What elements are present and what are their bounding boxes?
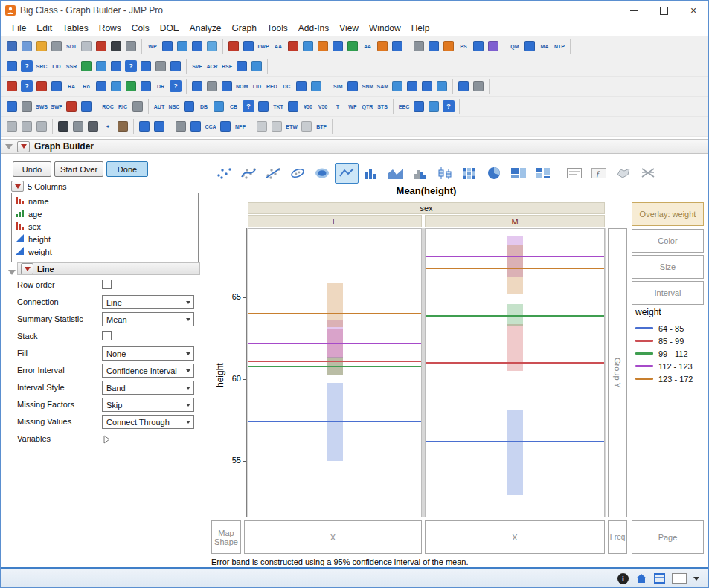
- column-item-weight[interactable]: weight: [15, 245, 195, 258]
- formula-element-icon[interactable]: ƒ: [587, 163, 611, 184]
- toolbar-icon[interactable]: [96, 61, 106, 71]
- page-drop-zone[interactable]: Page: [632, 520, 704, 554]
- toolbar-icon-svf[interactable]: SVF: [191, 60, 203, 72]
- toolbar-icon[interactable]: [422, 81, 432, 91]
- toolbar-icon-aut[interactable]: AUT: [153, 100, 165, 112]
- toolbar-icon-lwp[interactable]: LWP: [257, 40, 269, 52]
- bar-element-icon[interactable]: [359, 163, 383, 184]
- toolbar-icon[interactable]: [192, 41, 202, 51]
- toolbar-icon[interactable]: [7, 61, 17, 71]
- toolbar-icon[interactable]: [429, 101, 439, 112]
- toolbar-icon[interactable]: [36, 41, 47, 51]
- toolbar-icon-acr[interactable]: ACR: [206, 60, 218, 72]
- app-icon[interactable]: [5, 5, 16, 16]
- toolbar-icon[interactable]: [177, 41, 187, 51]
- legend-item[interactable]: 64 - 85: [635, 322, 693, 335]
- columns-red-triangle-icon[interactable]: [11, 181, 24, 192]
- toolbar-icon[interactable]: [437, 81, 447, 91]
- toolbar-icon-qm[interactable]: QM: [509, 40, 521, 52]
- overlay-drop-zone[interactable]: Overlay: weight: [632, 202, 704, 226]
- toolbar-icon-eec[interactable]: EEC: [398, 100, 410, 112]
- menu-tools[interactable]: Tools: [262, 23, 293, 33]
- toolbar-icon-sim[interactable]: SIM: [332, 80, 344, 92]
- toolbar-icon[interactable]: [184, 101, 194, 112]
- missing-values-select[interactable]: Connect Through: [102, 415, 194, 429]
- toolbar-icon-[interactable]: ?: [125, 60, 137, 72]
- toolbar-icon[interactable]: [288, 101, 298, 112]
- toolbar-icon-sws[interactable]: SWS: [36, 100, 48, 112]
- toolbar-icon-dr[interactable]: DR: [155, 80, 167, 92]
- menu-rows[interactable]: Rows: [94, 23, 126, 33]
- toolbar-icon[interactable]: [190, 121, 201, 132]
- toolbar-icon[interactable]: [141, 61, 151, 71]
- maximize-button[interactable]: [649, 1, 678, 20]
- menu-window[interactable]: Window: [364, 23, 406, 33]
- toolbar-icon-50[interactable]: ¥50: [302, 100, 314, 112]
- toolbar-icon-sts[interactable]: STS: [376, 100, 388, 112]
- toolbar-icon[interactable]: [111, 81, 121, 91]
- toolbar-icon[interactable]: [347, 81, 358, 91]
- interval-style-select[interactable]: Band: [102, 381, 194, 395]
- heatmap-element-icon[interactable]: [458, 163, 481, 184]
- toolbar-icon[interactable]: [126, 81, 136, 91]
- legend-item[interactable]: 112 - 123: [635, 360, 693, 372]
- smoother-element-icon[interactable]: [237, 163, 260, 184]
- toolbar-icon[interactable]: [7, 41, 17, 51]
- toolbar-icon[interactable]: [111, 61, 121, 71]
- toolbar-icon[interactable]: [473, 81, 484, 91]
- interval-drop-zone[interactable]: Interval: [632, 281, 704, 305]
- dropdown-icon[interactable]: [693, 577, 699, 581]
- toolbar-icon[interactable]: [7, 121, 17, 132]
- legend-item[interactable]: 123 - 172: [635, 372, 693, 385]
- toolbar-icon[interactable]: [222, 81, 232, 91]
- toolbar-icon-[interactable]: ?: [21, 60, 33, 72]
- treemap-element-icon[interactable]: [507, 163, 530, 184]
- toolbar-icon[interactable]: [22, 41, 32, 51]
- toolbar-icon-ra[interactable]: RA: [65, 80, 77, 92]
- undo-button[interactable]: Undo: [13, 161, 51, 177]
- toolbar-icon-lid[interactable]: LID: [51, 60, 62, 72]
- missing-factors-select[interactable]: Skip: [102, 398, 194, 412]
- toolbar-icon-nom[interactable]: NOM: [236, 80, 248, 92]
- toolbar-icon[interactable]: [429, 41, 439, 51]
- toolbar-icon-t[interactable]: T: [332, 100, 344, 112]
- toolbar-icon[interactable]: [414, 101, 424, 112]
- color-drop-zone[interactable]: Color: [632, 229, 704, 253]
- toolbar-icon[interactable]: [22, 121, 32, 132]
- map-shapes-element-icon[interactable]: [612, 163, 635, 184]
- x-drop-zone-f[interactable]: X: [244, 520, 422, 554]
- toolbar-icon[interactable]: [81, 101, 92, 112]
- toolbar-icon-src[interactable]: SRC: [36, 60, 48, 72]
- toolbar-icon[interactable]: [81, 61, 92, 71]
- toolbar-icon[interactable]: [220, 121, 231, 132]
- menu-edit[interactable]: Edit: [31, 23, 57, 33]
- toolbar-icon[interactable]: [51, 41, 62, 51]
- menu-doe[interactable]: DOE: [155, 23, 185, 33]
- toolbar-icon[interactable]: [237, 61, 247, 71]
- legend-item[interactable]: 85 - 99: [635, 335, 693, 347]
- toolbar-icon[interactable]: [524, 41, 535, 51]
- column-item-height[interactable]: height: [15, 233, 195, 245]
- toolbar-icon-cca[interactable]: CCA: [205, 120, 216, 132]
- toolbar-icon-btf[interactable]: BTF: [315, 120, 327, 132]
- pie-element-icon[interactable]: [482, 163, 506, 184]
- error-interval-select[interactable]: Confidence Interval: [102, 364, 194, 378]
- menu-graph[interactable]: Graph: [226, 23, 261, 33]
- size-drop-zone[interactable]: Size: [632, 255, 704, 279]
- toolbar-icon[interactable]: [473, 41, 484, 51]
- toolbar-icon-ps[interactable]: PS: [458, 40, 469, 52]
- parallel-element-icon[interactable]: [636, 163, 660, 184]
- summary-statistic-select[interactable]: Mean: [102, 312, 194, 326]
- toolbar-icon[interactable]: [154, 121, 164, 132]
- toolbar-icon[interactable]: [96, 81, 106, 91]
- contour-element-icon[interactable]: [310, 163, 334, 184]
- toolbar-icon[interactable]: [51, 81, 62, 91]
- menu-file[interactable]: File: [7, 23, 31, 33]
- toolbar-icon[interactable]: [488, 41, 498, 51]
- toolbar-icon-v50[interactable]: V50: [317, 100, 329, 112]
- toolbar-icon[interactable]: [176, 121, 186, 132]
- toolbar-icon-tkt[interactable]: TKT: [272, 100, 284, 112]
- toolbar-icon[interactable]: [347, 41, 358, 51]
- collapse-icon[interactable]: [5, 144, 13, 149]
- ellipse-element-icon[interactable]: [286, 163, 309, 184]
